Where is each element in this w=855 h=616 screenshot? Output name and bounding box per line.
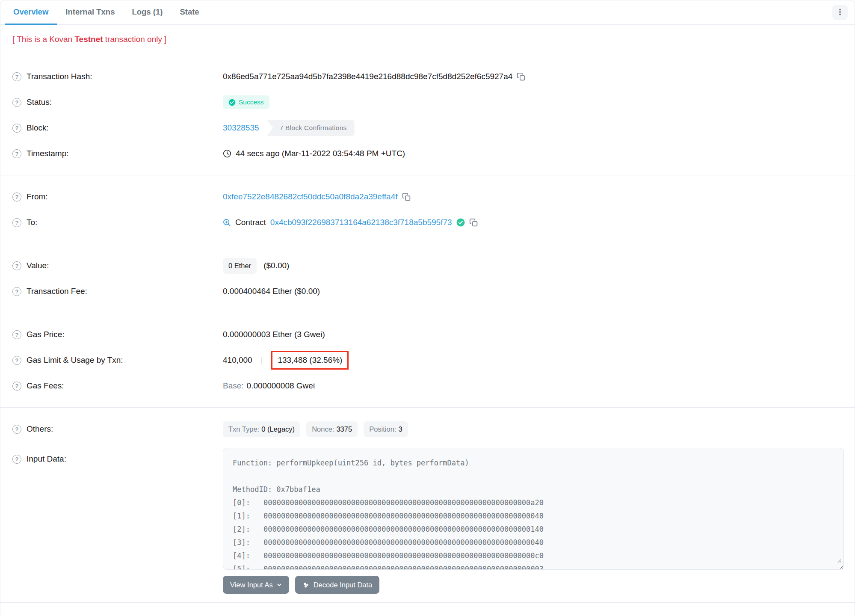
help-icon[interactable]: [12, 382, 21, 391]
badge-key: Nonce:: [312, 425, 334, 433]
more-options-button[interactable]: [832, 5, 848, 20]
row-label-text: Gas Limit & Usage by Txn:: [27, 355, 123, 365]
row-input-data: Input Data: Function: performUpkeep(uint…: [0, 448, 855, 594]
param-key: [5]:: [233, 563, 263, 570]
row-label-text: Transaction Fee:: [27, 287, 87, 296]
help-icon[interactable]: [12, 425, 21, 434]
help-icon[interactable]: [12, 218, 21, 227]
tab-overview[interactable]: Overview: [5, 0, 57, 25]
block-confirmations-badge: 7 Block Confirmations: [267, 120, 355, 136]
row-transaction-hash: Transaction Hash: 0x86ed5a771e725aa94d5b…: [0, 64, 855, 89]
badge-value: 3375: [336, 425, 352, 433]
row-others: Others: Txn Type: 0 (Legacy) Nonce: 3375…: [0, 416, 855, 442]
param-key: [4]:: [233, 549, 263, 563]
tab-internal-txns[interactable]: Internal Txns: [57, 0, 123, 25]
input-data-textarea[interactable]: Function: performUpkeep(uint256 id, byte…: [223, 448, 844, 570]
gas-fees-base-label: Base:: [223, 381, 244, 391]
row-block: Block: 30328535 7 Block Confirmations: [0, 115, 855, 141]
chevron-down-icon: [277, 582, 282, 587]
section-gas: Gas Price: 0.000000003 Ether (3 Gwei) Ga…: [0, 313, 855, 407]
button-label: Decode Input Data: [314, 581, 373, 589]
row-gas-fees: Gas Fees: Base: 0.000000008 Gwei: [0, 373, 855, 399]
badge-key: Position:: [369, 425, 396, 433]
row-label-text: Gas Price:: [27, 330, 65, 339]
tab-logs[interactable]: Logs (1): [123, 0, 171, 25]
clock-icon: [223, 149, 231, 158]
row-label-text: Transaction Hash:: [27, 72, 92, 81]
gas-usage-value: 133,488 (32.56%): [278, 355, 342, 365]
help-icon[interactable]: [12, 98, 21, 107]
help-icon[interactable]: [12, 287, 21, 296]
param-key: [3]:: [233, 536, 263, 549]
row-label-text: Gas Fees:: [27, 381, 64, 391]
decode-input-data-button[interactable]: Decode Input Data: [295, 576, 380, 594]
help-icon[interactable]: [12, 356, 21, 365]
help-icon[interactable]: [12, 330, 21, 339]
input-param-row: [4]:000000000000000000000000000000000000…: [233, 549, 834, 563]
block-number-link[interactable]: 30328535: [223, 123, 259, 133]
tab-state[interactable]: State: [171, 0, 207, 25]
param-value: 0000000000000000000000000000000000000000…: [263, 536, 544, 549]
badge-value: 3: [398, 425, 402, 433]
gas-price-value: 0.000000003 Ether (3 Gwei): [223, 330, 325, 339]
param-value: 0000000000000000000000000000000000000000…: [263, 563, 544, 570]
row-label-text: Status:: [27, 98, 52, 107]
param-value: 0000000000000000000000000000000000000000…: [263, 549, 544, 563]
row-label-text: Value:: [27, 261, 49, 270]
param-value: 0000000000000000000000000000000000000000…: [263, 496, 544, 509]
param-value: 0000000000000000000000000000000000000000…: [263, 523, 544, 536]
input-function-line: Function: performUpkeep(uint256 id, byte…: [233, 456, 834, 470]
help-icon[interactable]: [12, 72, 21, 81]
help-icon[interactable]: [12, 192, 21, 201]
param-value: 0000000000000000000000000000000000000000…: [263, 509, 544, 523]
input-param-row: [3]:000000000000000000000000000000000000…: [233, 536, 834, 549]
value-usd-text: ($0.00): [263, 261, 289, 270]
transaction-overview-card: Overview Internal Txns Logs (1) State [ …: [0, 0, 855, 616]
input-methodid-line: MethodID: 0x7bbaf1ea: [233, 483, 834, 496]
transaction-fee-value: 0.000400464 Ether ($0.00): [223, 287, 320, 296]
gas-usage-highlight-box: 133,488 (32.56%): [271, 351, 349, 370]
copy-icon: [402, 192, 411, 201]
section-value-fee: Value: 0 Ether ($0.00) Transaction Fee: …: [0, 244, 855, 313]
to-kind-text: Contract: [235, 218, 266, 227]
value-ether-badge: 0 Ether: [223, 258, 257, 274]
copy-to-address-button[interactable]: [469, 218, 478, 227]
decode-icon: [302, 581, 310, 589]
txn-type-badge: Txn Type: 0 (Legacy): [223, 421, 300, 437]
param-key: [2]:: [233, 523, 263, 536]
row-gas-price: Gas Price: 0.000000003 Ether (3 Gwei): [0, 322, 855, 347]
section-hash-status-block-time: Transaction Hash: 0x86ed5a771e725aa94d5b…: [0, 55, 855, 175]
copy-icon: [469, 218, 478, 227]
row-timestamp: Timestamp: 44 secs ago (Mar-11-2022 03:5…: [0, 141, 855, 166]
kebab-icon: [836, 8, 844, 17]
row-to: To: Contract 0x4cb093f226983713164a62138…: [0, 210, 855, 235]
help-icon[interactable]: [12, 261, 21, 270]
help-icon[interactable]: [12, 149, 21, 158]
help-icon[interactable]: [12, 455, 21, 464]
warning-suffix: transaction only ]: [103, 35, 167, 44]
copy-from-address-button[interactable]: [402, 192, 411, 201]
copy-hash-button[interactable]: [517, 72, 526, 81]
help-icon[interactable]: [12, 124, 21, 133]
row-status: Status: Success: [0, 89, 855, 115]
contract-preview-button[interactable]: [223, 219, 231, 227]
check-circle-icon: [228, 99, 236, 106]
input-param-row: [2]:000000000000000000000000000000000000…: [233, 523, 834, 536]
to-address-link[interactable]: 0x4cb093f226983713164a62138c3f718a5b595f…: [270, 218, 452, 227]
section-others-input: Others: Txn Type: 0 (Legacy) Nonce: 3375…: [0, 408, 855, 602]
separator: |: [261, 356, 263, 365]
bottom-spacer: [0, 603, 855, 616]
row-gas-limit-usage: Gas Limit & Usage by Txn: 410,000 | 133,…: [0, 347, 855, 373]
row-label-text: Input Data:: [27, 454, 66, 464]
resize-grip-icon[interactable]: [836, 554, 841, 567]
view-input-as-button[interactable]: View Input As: [223, 576, 289, 594]
magnifier-plus-icon: [223, 219, 231, 227]
row-label-text: From:: [27, 192, 48, 201]
button-label: View Input As: [230, 581, 273, 589]
warning-prefix: [ This is a Kovan: [12, 35, 74, 44]
from-address-link[interactable]: 0xfee7522e8482682cf50ddc50a0f8da2a39effa…: [223, 192, 398, 201]
row-value: Value: 0 Ether ($0.00): [0, 253, 855, 278]
tab-bar: Overview Internal Txns Logs (1) State: [0, 0, 855, 25]
input-param-row: [1]:000000000000000000000000000000000000…: [233, 509, 834, 523]
verified-check-icon: [456, 218, 465, 227]
